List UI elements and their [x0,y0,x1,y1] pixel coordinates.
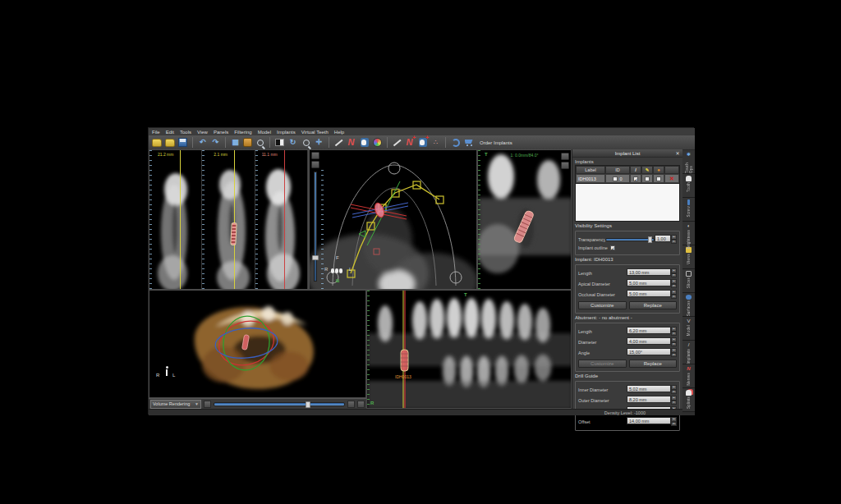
histogram-icon[interactable] [243,138,252,147]
tab-views[interactable]: Views [682,245,695,269]
implant-id-cell[interactable]: 0 [605,174,630,183]
drill-tool-icon[interactable] [392,138,402,148]
tab-screw[interactable]: Screw [682,198,695,222]
replace-abutment-button[interactable]: Replace [629,360,678,368]
pin-column-icon[interactable]: ● [653,166,664,174]
slice-view-2[interactable]: 2.1 mm [202,150,255,290]
transparency-slider[interactable] [605,238,655,241]
pan-tool-icon[interactable]: ✛ [314,137,324,148]
measure-cell[interactable] [630,174,641,183]
implant-outline-checkbox[interactable] [610,245,615,250]
axial-slider-handle[interactable] [312,255,319,260]
order-cart-icon[interactable] [463,137,474,148]
layout-panels-icon[interactable]: ▦ [230,137,241,148]
outer-diameter-input[interactable] [627,396,671,403]
menu-help[interactable]: Help [334,130,344,135]
spinner-buttons[interactable]: ▲▼ [671,279,677,288]
tab-splints[interactable]: Splints [682,388,695,412]
tab-touch-ops[interactable]: ✱ Touch Ops [682,150,695,174]
slice-guide-line[interactable] [284,150,285,290]
guide-offset-input[interactable] [627,417,671,424]
render-option-button[interactable] [347,401,355,408]
volume-3d-view[interactable]: R L [149,290,366,398]
render-mode-dropdown[interactable]: Volume Rendering ▼ [150,400,201,409]
edit-checkbox[interactable] [645,176,650,181]
delete-implant-icon[interactable]: ✕ [669,176,674,182]
implant-length-input[interactable] [627,268,671,276]
render-option-button[interactable] [357,401,365,408]
opacity-slider-handle[interactable] [306,401,310,408]
menu-virtual-teeth[interactable]: Virtual Teeth [301,130,329,135]
point-tool-icon[interactable]: ∴ [430,137,441,148]
measure-column-icon[interactable]: / [630,166,641,174]
abutment-diameter-input[interactable] [627,337,671,345]
tab-model[interactable]: V Model [682,317,695,341]
measure-tool-icon[interactable] [333,138,343,148]
occlusal-diameter-input[interactable] [627,290,671,297]
abutment-length-input[interactable] [627,327,671,334]
close-icon[interactable]: ✕ [674,150,681,157]
redo-icon[interactable]: ↷ [210,137,221,148]
reset-rotation-icon[interactable]: ↻ [287,137,298,148]
slice-guide-line[interactable] [234,150,235,290]
menu-edit[interactable]: Edit [166,130,174,135]
apical-diameter-input[interactable] [627,279,671,286]
cross-section-view[interactable]: T 1: 0.0mm/84.0° [477,149,572,290]
menu-implants[interactable]: Implants [277,130,296,135]
cross-slice-views[interactable]: 21.2 mm 2.1 mm [149,149,309,290]
tab-brightness[interactable]: ◐ Brightness [682,222,695,245]
order-implants-button[interactable]: Order Implants [476,139,516,147]
open-recent-icon[interactable] [164,137,175,148]
menu-panels[interactable]: Panels [214,130,228,135]
color-wheel-icon[interactable] [372,137,383,148]
tab-slices[interactable]: Slices [682,269,695,293]
menu-filtering[interactable]: Filtering [234,130,251,135]
transparency-slider-handle[interactable] [648,236,652,243]
nerve-tool-icon[interactable]: N [346,137,356,148]
menu-view[interactable]: View [197,130,208,135]
table-row[interactable]: IDH0013 0 ✕ [576,174,679,183]
tab-implants[interactable]: / Implants [682,341,695,364]
transparency-value-input[interactable] [655,235,671,242]
spinner-buttons[interactable]: ▲▼ [671,327,677,336]
spinner-buttons[interactable]: ▲▼ [671,385,677,394]
id-checkbox[interactable] [613,176,618,181]
spinner-buttons[interactable]: ▲▼ [671,235,677,244]
render-option-button[interactable] [204,401,211,408]
spinner-buttons[interactable]: ▲▼ [671,268,677,277]
tooth-tool-icon[interactable] [359,137,370,148]
inner-diameter-input[interactable] [627,385,671,392]
menu-model[interactable]: Model [258,130,271,135]
add-nerve-tool-icon[interactable]: N [404,137,415,148]
edit-column-icon[interactable]: ✎ [641,166,653,174]
tab-nerves[interactable]: N Nerves [682,364,695,388]
slice-scroll-up-button[interactable] [311,152,319,159]
spiral-tool-icon[interactable] [450,137,461,148]
menu-file[interactable]: File [152,130,160,135]
menu-tools[interactable]: Tools [180,130,191,135]
zoom-tool-icon[interactable] [301,137,311,148]
slice-guide-line[interactable] [180,150,181,290]
spinner-buttons[interactable]: ▲▼ [671,348,677,357]
pin-checkbox[interactable] [656,176,661,181]
customize-abutment-button[interactable]: Customize [578,360,627,368]
column-label[interactable]: Label [576,166,605,174]
abutment-angle-input[interactable] [627,348,671,355]
pin-cell[interactable] [653,174,664,183]
replace-implant-button[interactable]: Replace [629,301,678,309]
edit-cell[interactable] [641,174,653,183]
implant-list-body[interactable] [575,184,680,222]
spinner-buttons[interactable]: ▲▼ [671,290,677,299]
view-option-button[interactable] [561,153,569,160]
axial-slice-slider[interactable] [314,172,317,282]
undo-icon[interactable]: ↶ [197,137,208,148]
delete-cell[interactable]: ✕ [664,174,679,183]
slice-view-3[interactable]: 11.1 mm [255,150,308,290]
open-file-icon[interactable] [151,137,162,148]
contrast-icon[interactable] [274,137,285,148]
spinner-buttons[interactable]: ▲▼ [671,337,677,346]
tab-surfaces[interactable]: Surfaces [682,293,695,317]
panoramic-view[interactable]: T R IDH0013 [366,290,572,409]
view-option-button[interactable] [561,162,569,169]
customize-implant-button[interactable]: Customize [578,301,627,309]
